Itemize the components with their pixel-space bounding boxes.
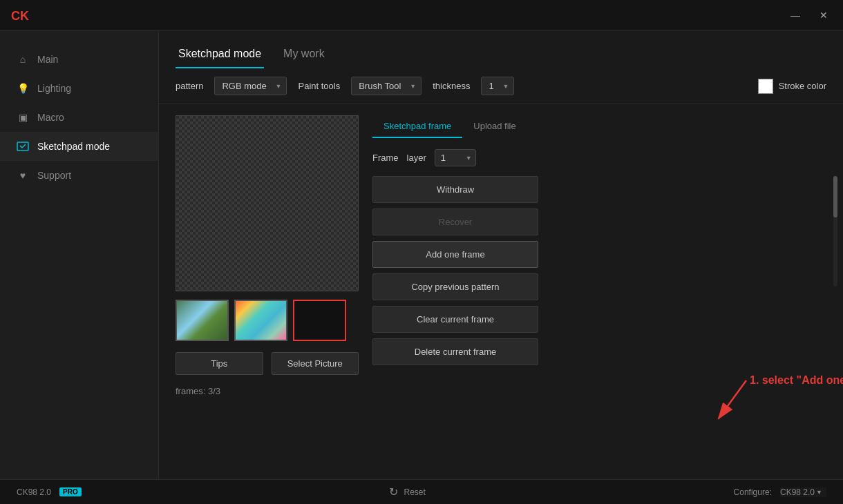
sidebar-label-lighting: Lighting xyxy=(37,83,71,94)
panel-scrollbar[interactable] xyxy=(833,176,837,287)
recover-button[interactable]: Recover xyxy=(372,209,538,235)
sketchpad-icon xyxy=(17,140,29,153)
add-one-frame-button[interactable]: Add one frame xyxy=(372,241,538,268)
close-button[interactable]: ✕ xyxy=(815,8,832,22)
thickness-label: thickness xyxy=(433,81,470,91)
workspace: Tips Select Picture frames: 3/3 Sketchpa… xyxy=(159,104,843,407)
svg-text:CK: CK xyxy=(11,9,29,23)
statusbar: CK98 2.0 PRO ↻ Reset Configure: CK98 2.0 xyxy=(0,479,843,504)
panel-action-buttons: Withdraw Recover Add one frame Copy prev… xyxy=(372,176,826,365)
configure-label: Configure: xyxy=(734,487,772,497)
stroke-color-area: Stroke color xyxy=(758,79,826,94)
stroke-color-label: Stroke color xyxy=(779,81,826,91)
reset-icon[interactable]: ↻ xyxy=(389,485,398,498)
toolbar: pattern RGB mode Paint tools Brush Tool … xyxy=(159,68,843,104)
app-name-status: CK98 2.0 xyxy=(17,487,51,497)
tab-sketchpad-mode[interactable]: Sketchpad mode xyxy=(176,42,264,68)
thumbnail-3[interactable] xyxy=(293,300,346,341)
status-right: Configure: CK98 2.0 xyxy=(734,487,826,497)
frame-controls: Tips Select Picture xyxy=(176,352,359,375)
frames-count: frames: 3/3 xyxy=(176,386,359,396)
window-controls: — ✕ xyxy=(786,8,832,22)
color-swatch[interactable] xyxy=(758,79,773,94)
titlebar: CK — ✕ xyxy=(0,0,843,31)
select-picture-button[interactable]: Select Picture xyxy=(272,352,359,375)
withdraw-button[interactable]: Withdraw xyxy=(372,176,538,203)
sidebar-item-main[interactable]: ⌂ Main xyxy=(0,45,158,74)
content-area: Sketchpad mode My work pattern RGB mode … xyxy=(159,31,843,479)
macro-icon: ▣ xyxy=(17,111,29,124)
paint-tools-select-wrapper: Brush Tool xyxy=(351,77,422,95)
panel-scrollbar-thumb xyxy=(833,176,837,217)
drawing-canvas[interactable] xyxy=(176,115,359,291)
pattern-label: pattern xyxy=(176,81,203,91)
configure-select[interactable]: CK98 2.0 xyxy=(780,487,826,497)
lighting-icon: 💡 xyxy=(17,82,29,95)
home-icon: ⌂ xyxy=(17,53,29,66)
pattern-select[interactable]: RGB mode xyxy=(214,77,287,95)
layer-label: layer xyxy=(407,153,426,163)
app-logo: CK xyxy=(11,8,33,23)
sidebar-label-sketchpad: Sketchpad mode xyxy=(37,141,110,152)
configure-select-wrapper: CK98 2.0 xyxy=(780,487,826,497)
support-icon: ♥ xyxy=(17,169,29,182)
sidebar-item-support[interactable]: ♥ Support xyxy=(0,161,158,190)
panel-tab-sketchpad[interactable]: Sketchpad frame xyxy=(372,115,462,138)
pro-badge: PRO xyxy=(59,487,82,496)
clear-current-frame-button[interactable]: Clear current frame xyxy=(372,306,538,333)
thumbnail-strip xyxy=(176,300,359,341)
sidebar-item-lighting[interactable]: 💡 Lighting xyxy=(0,74,158,103)
reset-label: Reset xyxy=(404,487,425,497)
right-panel: Sketchpad frame Upload file Frame layer … xyxy=(372,115,826,396)
sidebar: ⌂ Main 💡 Lighting ▣ Macro Sketchpad mode… xyxy=(0,31,159,479)
layer-select-wrapper: 1 2 3 xyxy=(435,149,476,166)
minimize-button[interactable]: — xyxy=(786,8,804,22)
sidebar-item-sketchpad[interactable]: Sketchpad mode xyxy=(0,132,158,161)
delete-current-frame-button[interactable]: Delete current frame xyxy=(372,338,538,365)
main-tabs: Sketchpad mode My work xyxy=(159,31,843,68)
pattern-select-wrapper: RGB mode xyxy=(214,77,287,95)
layer-select[interactable]: 1 2 3 xyxy=(435,149,476,166)
paint-tools-label: Paint tools xyxy=(298,81,340,91)
thickness-select-wrapper: 1 2 3 xyxy=(481,77,514,95)
sidebar-label-main: Main xyxy=(37,54,58,65)
tips-button[interactable]: Tips xyxy=(176,352,263,375)
copy-previous-pattern-button[interactable]: Copy previous pattern xyxy=(372,273,538,300)
panel-tabs: Sketchpad frame Upload file xyxy=(372,115,826,138)
canvas-section: Tips Select Picture frames: 3/3 xyxy=(176,115,359,396)
sidebar-item-macro[interactable]: ▣ Macro xyxy=(0,103,158,132)
thumbnail-1[interactable] xyxy=(176,300,229,341)
frame-label: Frame xyxy=(372,153,399,163)
thumbnail-2[interactable] xyxy=(234,300,287,341)
sidebar-label-support: Support xyxy=(37,170,71,181)
thickness-select[interactable]: 1 2 3 xyxy=(481,77,514,95)
status-center: ↻ Reset xyxy=(389,485,425,498)
frame-layer-row: Frame layer 1 2 3 xyxy=(372,149,826,166)
paint-tools-select[interactable]: Brush Tool xyxy=(351,77,422,95)
panel-tab-upload[interactable]: Upload file xyxy=(462,115,527,138)
tab-my-work[interactable]: My work xyxy=(281,42,328,68)
status-left: CK98 2.0 PRO xyxy=(17,487,82,497)
sidebar-label-macro: Macro xyxy=(37,112,64,123)
